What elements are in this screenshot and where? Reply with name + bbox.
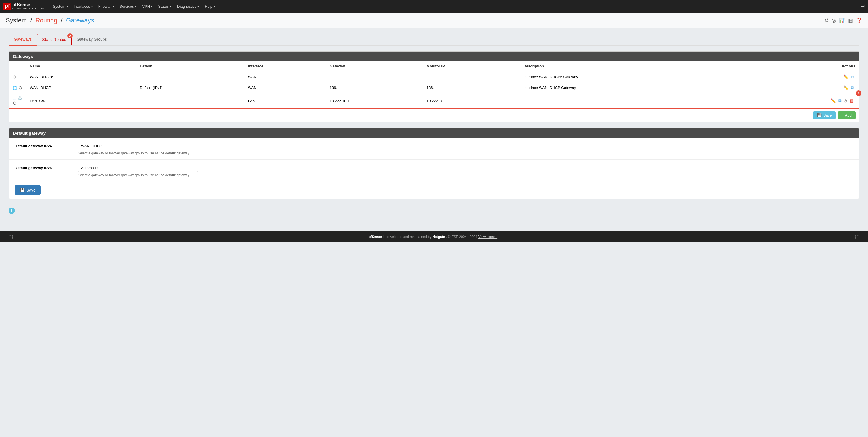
ipv4-content: WAN_DHCP WAN_DHCP6 LAN_GW Automatic Sele… — [78, 142, 854, 155]
gateways-section-header: Gateways — [9, 52, 859, 61]
gateway-interface: WAN — [245, 71, 327, 83]
row-badge-1: 1 — [856, 90, 861, 96]
gateway-name: WAN_DHCP6 — [26, 71, 136, 83]
copy-icon[interactable]: ⧉ — [851, 74, 854, 79]
tab-static-routes[interactable]: Static Routes 2 — [37, 34, 71, 45]
breadcrumb-system: System — [6, 17, 27, 24]
move-icon[interactable]: ⬚ — [13, 96, 17, 100]
col-icons — [9, 61, 26, 71]
edit-icon[interactable]: ✏️ — [831, 98, 836, 103]
default-gateway-header: Default gateway — [9, 128, 859, 138]
view-license-link[interactable]: View license — [478, 235, 497, 239]
nav-interfaces[interactable]: Interfaces ▾ — [71, 0, 96, 12]
breadcrumb-sep2: / — [61, 17, 63, 24]
edit-icon[interactable]: ✏️ — [843, 85, 849, 90]
delete-icon[interactable]: 🗑 — [849, 98, 854, 103]
gateway-name: WAN_DHCP — [26, 83, 136, 93]
gateway-actions: ✏️ ⧉ — [744, 71, 859, 83]
refresh-icon[interactable]: ↺ — [825, 17, 829, 24]
globe-icon: 🌐 — [12, 86, 17, 90]
save-icon: 💾 — [817, 113, 822, 118]
col-default: Default — [136, 61, 245, 71]
chevron-down-icon: ▾ — [135, 5, 136, 8]
chart-icon[interactable]: 📊 — [839, 17, 845, 24]
col-name: Name — [26, 61, 136, 71]
gateway-monitor: 10.222.10.1 — [423, 93, 520, 108]
info-icon[interactable]: i — [9, 208, 15, 214]
save-icon: 💾 — [20, 188, 25, 192]
gateways-table: Name Default Interface Gateway Monitor I… — [9, 61, 859, 108]
bottom-save-area: 💾 Save — [9, 182, 859, 199]
footer-netgate: Netgate — [432, 235, 445, 239]
ipv4-select[interactable]: WAN_DHCP WAN_DHCP6 LAN_GW Automatic — [78, 142, 198, 150]
chevron-down-icon: ▾ — [113, 5, 114, 8]
breadcrumb-gateways[interactable]: Gateways — [66, 17, 94, 24]
footer-maintained: is developed and maintained by — [383, 235, 432, 239]
gateway-default: Default (IPv4) — [136, 83, 245, 93]
ipv6-help: Select a gateway or failover gateway gro… — [78, 173, 854, 177]
brand-logo[interactable]: pf pfSense COMMUNITY EDITION — [3, 2, 44, 10]
logout-icon[interactable]: ⇥ — [860, 3, 865, 9]
gateway-actions: ✏️ ⧉ — [744, 83, 859, 93]
footer-icon-left[interactable]: ⬚ — [9, 234, 13, 240]
disable-icon[interactable]: ⊘ — [844, 98, 847, 103]
logo-pf: pf — [3, 3, 11, 10]
help-icon[interactable]: ❓ — [856, 17, 862, 24]
main-content: Gateways Static Routes 2 Gateway Groups … — [0, 28, 868, 220]
col-interface: Interface — [245, 61, 327, 71]
table-icon[interactable]: ▦ — [848, 17, 853, 24]
copy-icon[interactable]: ⧉ — [851, 85, 854, 90]
footer-brand: pfSense — [369, 235, 382, 239]
col-actions: Actions — [744, 61, 859, 71]
tab-gateways[interactable]: Gateways — [9, 34, 37, 45]
col-description: Description — [520, 61, 744, 71]
ipv6-label: Default gateway IPv6 — [14, 164, 78, 170]
gateway-ip: 136. — [327, 83, 423, 93]
ipv6-select[interactable]: Automatic WAN_DHCP6 WAN_DHCP LAN_GW — [78, 164, 198, 172]
chevron-down-icon: ▾ — [197, 5, 199, 8]
gateway-default — [136, 71, 245, 83]
gateway-interface: WAN — [245, 83, 327, 93]
check-circle-icon: ⊙ — [13, 100, 17, 105]
nav-system[interactable]: System ▾ — [50, 0, 71, 12]
row-icons-cell: 🌐 ⊙ — [9, 83, 26, 93]
footer-icon-right[interactable]: ⬚ — [855, 234, 859, 240]
gateway-description: Interface WAN_DHCP6 Gateway — [520, 71, 744, 83]
ipv6-row: Default gateway IPv6 Automatic WAN_DHCP6… — [9, 160, 859, 182]
breadcrumb-routing[interactable]: Routing — [36, 17, 57, 24]
target-icon[interactable]: ◎ — [832, 17, 836, 24]
nav-vpn[interactable]: VPN ▾ — [139, 0, 155, 12]
gateway-description: Interface WAN_DHCP Gateway — [520, 83, 744, 93]
nav-services[interactable]: Services ▾ — [117, 0, 140, 12]
gateway-actions: ✏️ ⧉ ⊘ 🗑 1 — [744, 93, 859, 108]
chevron-down-icon: ▾ — [91, 5, 93, 8]
save-gateways-button[interactable]: 💾 Save — [813, 112, 836, 119]
add-gateway-button[interactable]: + Add — [838, 112, 856, 119]
footer-period: . — [498, 235, 499, 239]
page-header: System / Routing / Gateways ↺ ◎ 📊 ▦ ❓ — [0, 12, 868, 28]
tab-gateway-groups[interactable]: Gateway Groups — [72, 34, 112, 45]
table-actions: 💾 Save + Add — [9, 108, 859, 122]
table-row: ⬚ ⚓ ⊙ LAN_GW LAN 10.222.10.1 10.222.10.1… — [9, 93, 859, 108]
nav-status[interactable]: Status ▾ — [155, 0, 174, 12]
footer-copyright: . © ESF 2004 - 2024 — [446, 235, 478, 239]
tab-bar: Gateways Static Routes 2 Gateway Groups — [9, 34, 859, 45]
ipv4-label: Default gateway IPv4 — [14, 142, 78, 148]
gateway-description — [520, 93, 744, 108]
col-monitor-ip: Monitor IP — [423, 61, 520, 71]
row-icons-cell: ⊙ — [9, 71, 26, 83]
nav-right: ⇥ — [860, 3, 865, 9]
footer-text: pfSense is developed and maintained by N… — [13, 235, 855, 239]
copy-icon[interactable]: ⧉ — [838, 98, 842, 103]
save-default-gateway-button[interactable]: 💾 Save — [14, 186, 41, 195]
nav-firewall[interactable]: Firewall ▾ — [96, 0, 117, 12]
nav-help[interactable]: Help ▾ — [202, 0, 218, 12]
gateway-interface: LAN — [245, 93, 327, 108]
nav-diagnostics[interactable]: Diagnostics ▾ — [174, 0, 202, 12]
table-row: ⊙ WAN_DHCP6 WAN Interface WAN_DHCP6 Gate… — [9, 71, 859, 83]
anchor-icon[interactable]: ⚓ — [18, 96, 22, 100]
gateway-ip — [327, 71, 423, 83]
edit-icon[interactable]: ✏️ — [843, 74, 849, 79]
gateway-name: LAN_GW — [26, 93, 136, 108]
check-circle-icon: ⊙ — [19, 85, 22, 90]
